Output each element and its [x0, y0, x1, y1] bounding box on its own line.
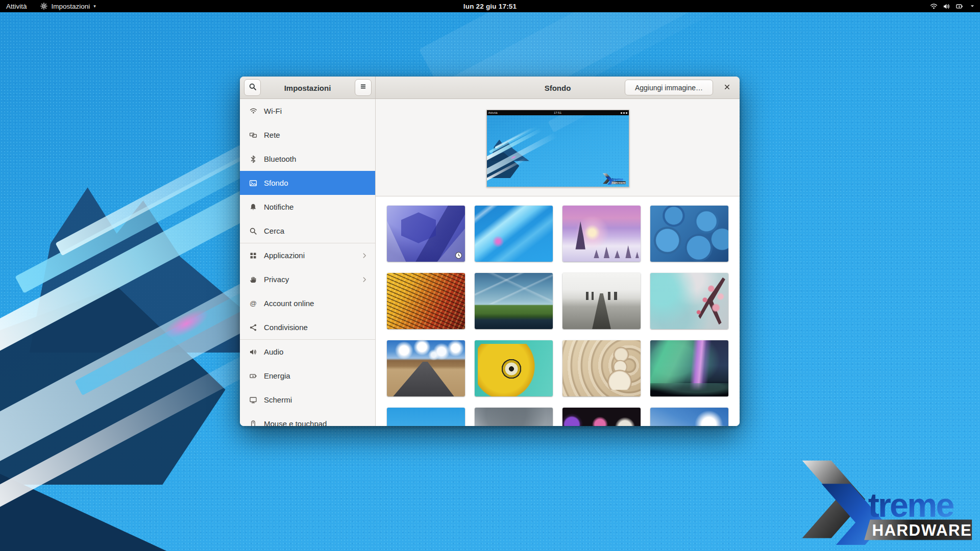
sidebar-item-label: Cerca: [264, 227, 284, 235]
sidebar-item-label: Energia: [264, 371, 290, 380]
sidebar-item-label: Privacy: [264, 275, 289, 284]
sidebar-item-label: Wi-Fi: [264, 107, 282, 115]
sidebar-item-applicazioni[interactable]: Applicazioni: [240, 243, 375, 267]
wallpaper-thumbnail-green-marshland[interactable]: [475, 273, 553, 329]
headerbar-left: Impostazioni: [240, 77, 376, 98]
mini-status-icon: [623, 112, 625, 114]
wallpaper-thumbnail-colored-pencils[interactable]: [562, 408, 641, 426]
page-title: Sfondo: [545, 83, 571, 92]
wallpaper-thumbnail-misty-pier-bw[interactable]: [562, 273, 641, 329]
chevron-down-icon: ▾: [93, 4, 96, 9]
wifi-icon: [930, 3, 938, 10]
sidebar-item-rete[interactable]: Rete: [240, 123, 375, 147]
menu-button[interactable]: [355, 79, 372, 96]
wallpaper-thumbnail-blue-discs[interactable]: [650, 206, 728, 262]
sidebar-item-label: Audio: [264, 347, 283, 356]
sidebar-item-privacy[interactable]: Privacy: [240, 267, 375, 291]
wallpaper-icon: [249, 179, 257, 187]
gnome-top-bar: Attività Impostazioni ▾ lun 22 giu 17:51: [0, 0, 980, 12]
preview-status-icons: [621, 112, 627, 114]
bluetooth-icon: [249, 155, 257, 163]
preview-screen: [487, 115, 629, 187]
wallpaper-thumbnail-sky-clouds-deep[interactable]: [650, 408, 728, 426]
mini-status-icon: [621, 112, 622, 114]
headerbar[interactable]: Impostazioni Sfondo Aggiungi immagine…: [240, 77, 740, 99]
sidebar-item-cerca[interactable]: Cerca: [240, 219, 375, 243]
sidebar-item-label: Applicazioni: [264, 251, 305, 260]
sidebar-item-notifiche[interactable]: Notifiche: [240, 195, 375, 219]
desktop-preview: Attività 17:51: [486, 110, 629, 187]
sidebar-item-label: Sfondo: [264, 179, 288, 187]
menu-icon: [359, 83, 367, 92]
sidebar-item-energia[interactable]: Energia: [240, 364, 375, 388]
add-image-button[interactable]: Aggiungi immagine…: [625, 80, 713, 95]
wallpaper-thumbnail-winter-sunset-trees[interactable]: [562, 206, 641, 262]
sidebar-item-account-online[interactable]: @Account online: [240, 291, 375, 315]
mouse-icon: [249, 420, 257, 427]
battery-icon: [249, 372, 257, 380]
sidebar-item-label: Mouse e touchpad: [264, 419, 327, 426]
sidebar-item-mouse-touchpad[interactable]: Mouse e touchpad: [240, 412, 375, 426]
wallpaper-thumbnail-geometric-purple[interactable]: [387, 206, 465, 262]
headerbar-right: Sfondo Aggiungi immagine…: [376, 77, 740, 98]
background-panel: Attività 17:51: [376, 99, 740, 426]
sidebar-item-label: Schermi: [264, 395, 292, 404]
settings-window: Impostazioni Sfondo Aggiungi immagine… W…: [240, 77, 740, 426]
sidebar-item-wifi[interactable]: Wi-Fi: [240, 99, 375, 123]
slideshow-clock-icon: [455, 252, 462, 259]
share-icon: [249, 323, 257, 332]
settings-sidebar: Wi-FiReteBluetoothSfondoNotificheCercaAp…: [240, 99, 376, 426]
wallpaper-thumbnail-woven-fabric-macro[interactable]: [387, 273, 465, 329]
sidebar-item-label: Notifiche: [264, 203, 293, 211]
speaker-icon: [249, 348, 257, 356]
preview-clock: 17:51: [554, 111, 561, 114]
sidebar-item-condivisione[interactable]: Condivisione: [240, 315, 375, 339]
xtreme-hardware-logo: [796, 458, 975, 545]
search-button[interactable]: [244, 79, 261, 96]
mini-status-icon: [626, 112, 627, 114]
sidebar-item-label: Bluetooth: [264, 155, 296, 163]
activities-button[interactable]: Attività: [6, 3, 27, 10]
wallpaper-thumbnail-sky-clouds-light[interactable]: [387, 408, 465, 426]
preview-wallpaper: [487, 115, 629, 187]
sidebar-item-label: Account online: [264, 299, 314, 308]
wifi-icon: [249, 107, 257, 115]
app-menu-button[interactable]: Impostazioni ▾: [40, 3, 96, 10]
current-background-section: Attività 17:51: [376, 99, 740, 196]
gear-icon: [40, 3, 48, 10]
wallpaper-thumbnail-aurora-borealis[interactable]: [650, 340, 728, 396]
network-icon: [249, 131, 257, 139]
app-menu-label: Impostazioni: [52, 3, 90, 10]
battery-charging-icon: [955, 3, 963, 10]
wallpaper-thumbnail-cherry-blossom[interactable]: [650, 273, 728, 329]
sidebar-item-audio[interactable]: Audio: [240, 340, 375, 364]
preview-top-bar: Attività 17:51: [487, 110, 629, 115]
wallpaper-thumbnail-overcast-sky[interactable]: [475, 408, 553, 426]
volume-icon: [943, 3, 950, 10]
search-icon: [249, 83, 257, 93]
clock-button[interactable]: lun 22 giu 17:51: [463, 3, 517, 10]
status-area[interactable]: [930, 3, 976, 10]
apps-grid-icon: [249, 252, 257, 260]
sidebar-item-sfondo[interactable]: Sfondo: [240, 171, 375, 195]
close-button[interactable]: [720, 81, 733, 94]
search-small-icon: [249, 227, 257, 235]
bell-icon: [249, 203, 257, 211]
preview-activities-label: Attività: [487, 111, 498, 114]
svg-text:@: @: [250, 299, 257, 307]
chevron-down-icon: [968, 3, 976, 10]
sidebar-title: Impostazioni: [284, 83, 331, 92]
wallpaper-thumbnail-zen-stones[interactable]: [562, 340, 641, 396]
wallpaper-grid: [376, 196, 740, 426]
chevron-right-icon: [361, 276, 368, 283]
at-icon: @: [249, 299, 257, 308]
monitor-icon: [249, 396, 257, 404]
sidebar-item-bluetooth[interactable]: Bluetooth: [240, 147, 375, 171]
wallpaper-thumbnail-xtreme-blue-beams[interactable]: [475, 206, 553, 262]
sidebar-item-label: Condivisione: [264, 323, 308, 332]
wallpaper-thumbnail-desert-road[interactable]: [387, 340, 465, 396]
wallpaper-thumbnail-yellow-frog[interactable]: [475, 340, 553, 396]
chevron-right-icon: [361, 252, 368, 259]
hand-icon: [249, 276, 257, 284]
sidebar-item-schermi[interactable]: Schermi: [240, 388, 375, 412]
